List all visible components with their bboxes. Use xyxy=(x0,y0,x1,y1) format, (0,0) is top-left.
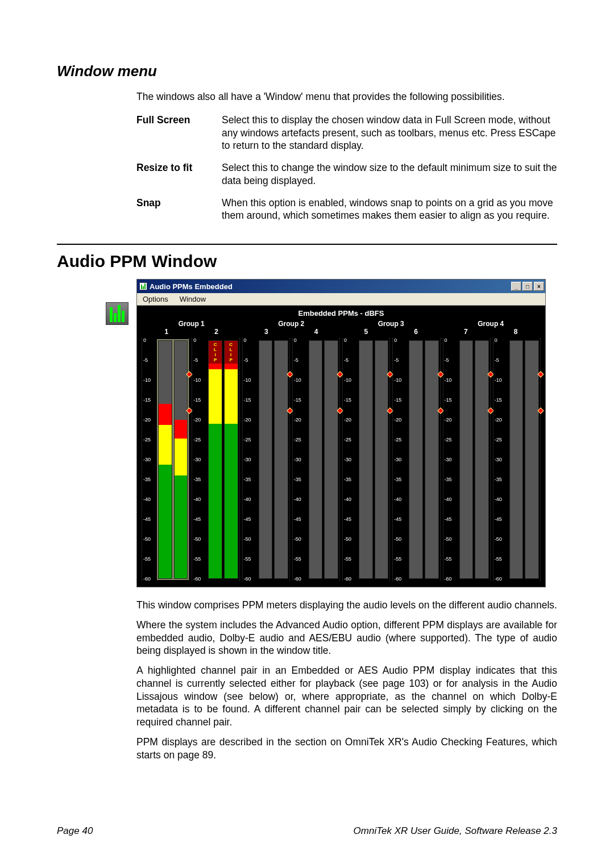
scale-tick: -55 xyxy=(193,556,201,562)
scale-tick: -40 xyxy=(294,496,301,502)
close-button[interactable]: × xyxy=(534,282,544,291)
group-label: Group 2 xyxy=(242,320,342,328)
ppm-bar[interactable] xyxy=(274,340,288,579)
scale-tick: -60 xyxy=(193,576,201,582)
scale-tick: -20 xyxy=(445,417,452,423)
window-title: Audio PPMs Embedded xyxy=(150,282,233,291)
scale-tick: -45 xyxy=(193,516,201,522)
scale-tick: -55 xyxy=(445,556,452,562)
audio-ppm-heading: Audio PPM Window xyxy=(57,252,557,271)
scale-tick: -20 xyxy=(344,417,351,423)
page-footer: Page 40 OmniTek XR User Guide, Software … xyxy=(57,825,557,837)
channel-pair[interactable]: 0-5-10-15-20-25-30-35-40-45-50-55-60CLIP… xyxy=(192,338,239,581)
group-label: Group 3 xyxy=(341,320,441,328)
scale-tick: -10 xyxy=(344,377,351,383)
scale-tick: 0 xyxy=(495,337,497,343)
ppm-bar[interactable] xyxy=(158,340,172,579)
row-label: Snap xyxy=(136,193,222,228)
scale-tick: -45 xyxy=(495,516,502,522)
scale-tick: -55 xyxy=(294,556,301,562)
audio-ppm-window: Audio PPMs Embedded _ □ × Options Window… xyxy=(136,279,546,587)
channel-label: 1 xyxy=(142,328,192,336)
channel-pair[interactable]: 0-5-10-15-20-25-30-35-40-45-50-55-60 xyxy=(142,338,189,581)
channel-pair[interactable]: 0-5-10-15-20-25-30-35-40-45-50-55-60 xyxy=(342,338,390,581)
scale-tick: 0 xyxy=(445,337,447,343)
scale-tick: -55 xyxy=(244,556,251,562)
channel-pair[interactable]: 0-5-10-15-20-25-30-35-40-45-50-55-60 xyxy=(392,338,440,581)
section-divider xyxy=(57,244,557,245)
scale-tick: -30 xyxy=(495,457,502,462)
scale-tick: -25 xyxy=(193,437,201,443)
ppm-bar[interactable] xyxy=(309,340,323,579)
group-label: Group 1 xyxy=(142,320,242,328)
scale-tick: -35 xyxy=(193,477,201,482)
ppm-bar[interactable]: CLIP xyxy=(224,340,238,579)
channel-pair[interactable]: 0-5-10-15-20-25-30-35-40-45-50-55-60 xyxy=(242,338,290,581)
scale-tick: -55 xyxy=(495,556,502,562)
ppm-bar[interactable] xyxy=(475,340,489,579)
scale-tick: -20 xyxy=(394,417,401,423)
scale-tick: -50 xyxy=(294,536,301,542)
ppm-bar[interactable] xyxy=(359,340,373,579)
scale-tick: -10 xyxy=(143,377,151,383)
scale-tick: -50 xyxy=(394,536,401,542)
scale-tick: -45 xyxy=(344,516,351,522)
body-para: Where the system includes the Advanced A… xyxy=(136,619,557,657)
scale-tick: -35 xyxy=(244,477,251,482)
ppm-bar[interactable] xyxy=(409,340,423,579)
window-menu-heading: Window menu xyxy=(57,62,557,80)
app-icon xyxy=(139,282,147,290)
menubar: Options Window xyxy=(137,293,545,306)
scale-tick: -50 xyxy=(143,536,151,542)
ppm-bar[interactable] xyxy=(174,340,188,579)
scale-tick: 0 xyxy=(344,337,347,343)
scale-tick: -35 xyxy=(495,477,502,482)
clip-indicator: CLIP xyxy=(209,341,222,364)
channel-pair[interactable]: 0-5-10-15-20-25-30-35-40-45-50-55-60 xyxy=(292,338,340,581)
titlebar[interactable]: Audio PPMs Embedded _ □ × xyxy=(137,279,545,293)
scale-tick: -60 xyxy=(394,576,401,582)
scale-tick: -60 xyxy=(143,576,151,582)
scale-tick: -50 xyxy=(244,536,251,542)
ppm-bar[interactable] xyxy=(509,340,524,579)
channel-label: 3 xyxy=(242,328,292,336)
channel-label: 5 xyxy=(341,328,391,336)
minimize-button[interactable]: _ xyxy=(511,282,521,291)
scale-tick: -35 xyxy=(445,477,452,482)
scale-tick: -25 xyxy=(445,437,452,443)
scale-tick: -50 xyxy=(495,536,502,542)
scale-tick: -25 xyxy=(143,437,151,443)
ppm-bar[interactable] xyxy=(324,340,338,579)
scale-tick: -15 xyxy=(445,397,452,403)
scale-tick: -60 xyxy=(294,576,301,582)
ppm-bar[interactable] xyxy=(259,340,273,579)
scale-tick: -20 xyxy=(143,417,151,423)
scale-tick: -15 xyxy=(143,397,151,403)
scale-tick: -10 xyxy=(495,377,502,383)
ppm-bar[interactable] xyxy=(375,340,389,579)
ppm-bar[interactable]: CLIP xyxy=(208,340,222,579)
scale-tick: -20 xyxy=(495,417,502,423)
channel-pair[interactable]: 0-5-10-15-20-25-30-35-40-45-50-55-60 xyxy=(493,338,541,581)
scale-tick: -45 xyxy=(143,516,151,522)
scale-tick: -60 xyxy=(445,576,452,582)
menu-options[interactable]: Options xyxy=(137,295,174,303)
scale-tick: -5 xyxy=(495,357,499,363)
scale-tick: -50 xyxy=(193,536,201,542)
scale-tick: -15 xyxy=(244,397,251,403)
page-number: Page 40 xyxy=(57,825,93,837)
ppm-bar[interactable] xyxy=(459,340,474,579)
scale-tick: -10 xyxy=(244,377,251,383)
row-desc: When this option is enabled, windows sna… xyxy=(222,193,557,228)
scale-tick: -30 xyxy=(394,457,401,462)
ppm-bar[interactable] xyxy=(525,340,539,579)
scale-tick: -25 xyxy=(344,437,351,443)
scale-tick: -5 xyxy=(193,357,198,363)
ppm-bar[interactable] xyxy=(425,340,439,579)
channel-pair[interactable]: 0-5-10-15-20-25-30-35-40-45-50-55-60 xyxy=(443,338,491,581)
menu-window[interactable]: Window xyxy=(174,295,211,303)
row-label: Full Screen xyxy=(136,110,222,158)
scale-tick: -10 xyxy=(294,377,301,383)
scale-tick: -40 xyxy=(143,496,151,502)
maximize-button[interactable]: □ xyxy=(522,282,533,291)
